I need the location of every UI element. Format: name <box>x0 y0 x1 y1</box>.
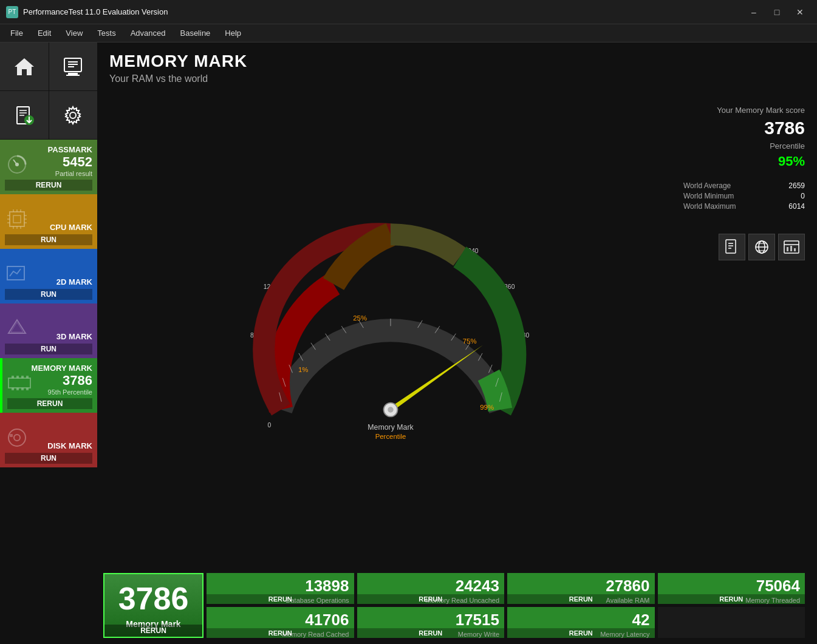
menu-bar: File Edit View Tests Advanced Baseline H… <box>0 24 817 42</box>
home-icon <box>13 56 35 78</box>
passmark-sub: Partial result <box>55 170 92 177</box>
app-icon: PT <box>6 6 18 18</box>
minimize-button[interactable]: – <box>743 3 765 21</box>
tile-ram-score: 27860 <box>606 577 649 595</box>
info-button[interactable] <box>49 42 98 91</box>
tile-mw-rerun[interactable]: RERUN <box>357 628 505 638</box>
svg-point-80 <box>388 407 394 413</box>
tile-memory-latency[interactable]: 42 Memory Latency RERUN <box>507 607 655 638</box>
tile-ml-rerun[interactable]: RERUN <box>507 628 655 638</box>
maximize-button[interactable]: □ <box>766 3 788 21</box>
svg-rect-94 <box>787 247 788 251</box>
home-button[interactable] <box>0 42 49 91</box>
sidebar-item-memory[interactable]: MEMORY MARK 3786 95th Percentile RERUN <box>0 358 97 413</box>
settings-icon <box>62 104 84 126</box>
svg-rect-37 <box>21 376 24 378</box>
memory-mark-big-rerun[interactable]: RERUN <box>104 625 202 637</box>
tile-memory-read-uncached[interactable]: 24243 Memory Read Uncached RERUN <box>357 573 505 604</box>
history-button[interactable] <box>778 234 805 260</box>
disk-label: DISK MARK <box>47 441 92 450</box>
percentile-value: 95% <box>683 154 805 169</box>
memory-mark-big-score: 3786 <box>118 583 189 614</box>
menu-file[interactable]: File <box>3 26 30 40</box>
svg-rect-3 <box>66 75 80 76</box>
tile-memory-read-cached[interactable]: 41706 Memory Read Cached RERUN <box>207 607 354 638</box>
tile-mru-rerun[interactable]: RERUN <box>357 594 505 604</box>
settings-button[interactable] <box>49 91 98 140</box>
svg-text:1%: 1% <box>298 366 308 373</box>
globe-button[interactable] <box>748 234 775 260</box>
svg-text:99%: 99% <box>480 404 494 411</box>
tile-database-score: 13898 <box>305 577 349 595</box>
cpu-icon <box>5 207 29 234</box>
sidebar-item-3d[interactable]: 3D MARK RUN <box>0 303 97 358</box>
content-area: MEMORY MARK Your RAM vs the world 2100 1… <box>97 42 817 644</box>
gauge-chart: 2100 1680 1260 840 420 0 2520 2940 3360 … <box>233 214 549 444</box>
memory-mark-big-tile[interactable]: 3786 Memory Mark RERUN <box>103 573 203 638</box>
tile-memory-threaded[interactable]: 75064 Memory Threaded RERUN <box>658 573 805 604</box>
title-bar: PT PerformanceTest 11.0 Evaluation Versi… <box>0 0 817 24</box>
title-bar-controls: – □ ✕ <box>743 3 811 21</box>
menu-baseline[interactable]: Baseline <box>173 26 217 40</box>
menu-tests[interactable]: Tests <box>90 26 123 40</box>
report-button[interactable] <box>719 234 745 260</box>
menu-edit[interactable]: Edit <box>30 26 58 40</box>
svg-rect-17 <box>10 212 24 226</box>
tile-mt-score: 75064 <box>756 577 800 595</box>
cpu-action[interactable]: RUN <box>5 234 92 245</box>
tile-mw-score: 17515 <box>456 611 499 629</box>
stat-icon-buttons <box>683 234 805 260</box>
tile-ml-score: 42 <box>632 611 650 629</box>
menu-view[interactable]: View <box>58 26 90 40</box>
svg-rect-34 <box>9 378 30 388</box>
memory-score: 3786 <box>63 373 92 388</box>
world-average-value: 2659 <box>788 181 805 190</box>
svg-text:75%: 75% <box>462 337 476 344</box>
tile-database-rerun[interactable]: RERUN <box>207 594 354 604</box>
page-subtitle: Your RAM vs the world <box>109 73 805 84</box>
svg-point-44 <box>14 435 20 441</box>
export-button[interactable] <box>0 91 49 140</box>
world-minimum-label: World Minimum <box>683 192 734 200</box>
sidebar-item-2d[interactable]: 2D MARK RUN <box>0 249 97 303</box>
2d-action[interactable]: RUN <box>5 289 92 300</box>
menu-help[interactable]: Help <box>217 26 248 40</box>
menu-advanced[interactable]: Advanced <box>123 26 173 40</box>
history-icon <box>783 239 800 256</box>
tile-mru-score: 24243 <box>456 577 499 595</box>
passmark-score: 5452 <box>63 154 92 170</box>
report-icon <box>723 239 740 256</box>
tile-memory-write[interactable]: 17515 Memory Write RERUN <box>357 607 505 638</box>
svg-point-13 <box>70 112 76 118</box>
tile-database-operations[interactable]: 13898 Database Operations RERUN <box>207 573 354 604</box>
svg-rect-18 <box>13 215 21 223</box>
memory-action[interactable]: RERUN <box>7 398 92 409</box>
memory-label: MEMORY MARK <box>32 364 92 373</box>
svg-rect-45 <box>10 434 13 437</box>
system-info-icon <box>62 56 84 78</box>
gauge-section: 2100 1680 1260 840 420 0 2520 2940 3360 … <box>109 93 671 564</box>
close-button[interactable]: ✕ <box>789 3 811 21</box>
sidebar-item-passmark[interactable]: PASSMARK 5452 Partial result RERUN <box>0 140 97 194</box>
cpu-label: CPU MARK <box>50 223 92 232</box>
sidebar-top-buttons <box>0 42 97 91</box>
tile-mrc-rerun[interactable]: RERUN <box>207 628 354 638</box>
3d-action[interactable]: RUN <box>5 344 92 354</box>
sidebar-item-cpu[interactable]: CPU MARK RUN <box>0 194 97 249</box>
bottom-section: 3786 Memory Mark RERUN 13898 Database Op… <box>97 570 817 644</box>
svg-rect-41 <box>21 388 24 390</box>
world-minimum-value: 0 <box>801 192 805 200</box>
2d-label: 2D MARK <box>56 277 92 286</box>
sidebar-item-disk[interactable]: DISK MARK RUN <box>0 413 97 467</box>
tiles-grid: 13898 Database Operations RERUN 24243 Me… <box>207 573 805 638</box>
tile-mt-rerun[interactable]: RERUN <box>658 594 805 604</box>
svg-text:0: 0 <box>267 421 271 428</box>
disk-action[interactable]: RUN <box>5 453 92 464</box>
passmark-action[interactable]: RERUN <box>5 180 92 191</box>
sidebar: PASSMARK 5452 Partial result RERUN <box>0 42 97 644</box>
svg-marker-0 <box>15 58 34 75</box>
tile-ram-rerun[interactable]: RERUN <box>507 594 655 604</box>
tile-available-ram[interactable]: 27860 Available RAM RERUN <box>507 573 655 604</box>
2d-icon <box>5 262 29 288</box>
world-maximum-row: World Maximum 6014 <box>683 202 805 211</box>
